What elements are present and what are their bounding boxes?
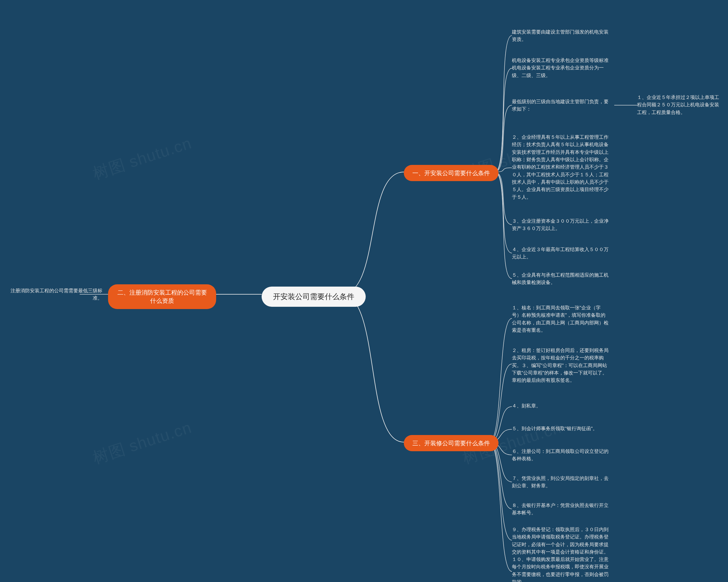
- leaf-b3-7: ８、去银行开基本户：凭营业执照去银行开立基本帐号。: [512, 502, 608, 517]
- branch-1[interactable]: 一、开安装公司需要什么条件: [404, 165, 498, 181]
- watermark: 树图 shutu.cn: [90, 132, 194, 185]
- leaf-b3-1: １、核名：到工商局去领取一张"企业（字号）名称预先核准申请表"，填写你准备取的公…: [512, 304, 608, 334]
- leaf-b3-4: ５、到会计师事务所领取"银行询征函"。: [512, 425, 597, 432]
- watermark: 树图 shutu.cn: [90, 417, 194, 469]
- leaf-b1-3-1: １、企业近５年承担过２项以上单项工程合同额２５０万元以上机电设备安装工程，工程质…: [637, 94, 722, 116]
- branch-2[interactable]: 二、注册消防安装工程的公司需要什么资质: [108, 284, 216, 309]
- leaf-b3-9: １０、申请领购发票最后就开始营业了。注意每个月按时向税务申报税哦，即使没有开展业…: [512, 556, 608, 582]
- leaf-b3-8: ９、办理税务登记：领取执照后，３０日内到当地税务局申请领取税务登记证。办理税务登…: [512, 526, 608, 556]
- leaf-b1-6: ４、企业近３年最高年工程结算收入５００万元以上。: [512, 246, 608, 261]
- root-node[interactable]: 开安装公司需要什么条件: [262, 287, 366, 307]
- leaf-b2-1: 注册消防安装工程的公司需需要最低三级标准。: [6, 287, 102, 302]
- leaf-b3-3: ４、刻私章。: [512, 402, 541, 410]
- leaf-b3-5: ６、注册公司：到工商局领取公司设立登记的各种表格。: [512, 448, 608, 463]
- branch-3[interactable]: 三、开装修公司需要什么条件: [404, 435, 498, 451]
- leaf-b3-2: ２、租房：签订好租房合同后，还要到税务局去买印花税，按年租金的千分之一的税率购买…: [512, 347, 608, 385]
- leaf-b1-3: 最低级别的三级由当地建设主管部门负责，要求如下：: [512, 98, 608, 113]
- leaf-b1-5: ３、企业注册资本金３００万元以上，企业净资产３６０万元以上。: [512, 217, 608, 233]
- leaf-b1-2: 机电设备安装工程专业承包企业资质等级标准机电设备安装工程专业承包企业资质分为一级…: [512, 57, 608, 79]
- leaf-b1-7: ５、企业具有与承包工程范围相适应的施工机械和质量检测设备。: [512, 271, 608, 287]
- leaf-b3-6: ７、凭营业执照，到公安局指定的刻章社，去刻公章、财务章。: [512, 475, 608, 490]
- leaf-b1-1: 建筑安装需要由建设主管部门颁发的机电安装资质。: [512, 28, 608, 44]
- leaf-b1-4: ２、企业经理具有５年以上从事工程管理工作经历；技术负责人具有５年以上从事机电设备…: [512, 134, 608, 201]
